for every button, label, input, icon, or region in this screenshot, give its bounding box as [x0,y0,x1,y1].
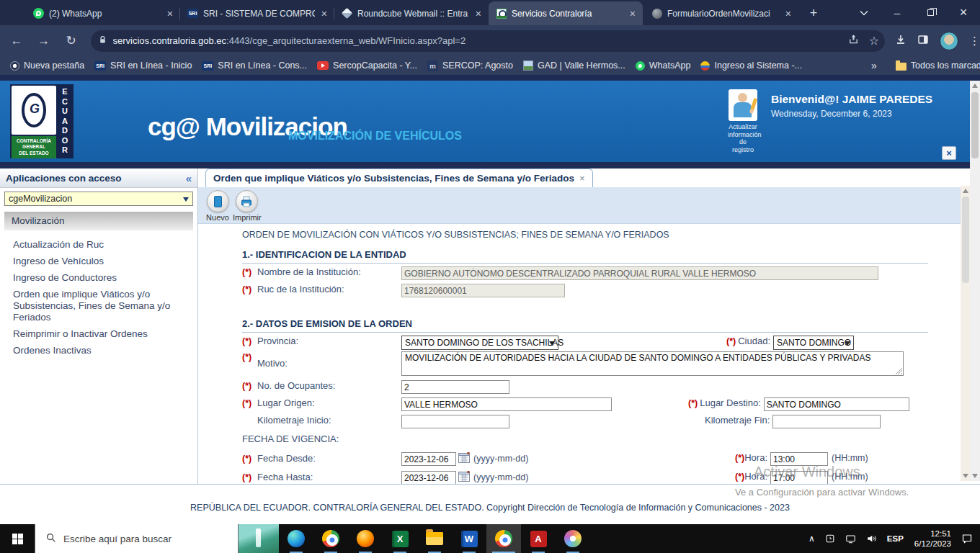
restore-button[interactable] [914,0,947,25]
lugar-origen-input[interactable] [401,397,612,411]
motivo-textarea[interactable]: MOVILIZACIÓN DE AUTORIDADES HACIA LA CIU… [401,351,904,376]
taskbar-firefox[interactable] [348,524,383,553]
tab-search-chevron-icon[interactable] [847,0,881,25]
bookmark-sercop-agosto[interactable]: mSERCOP: Agosto [427,60,513,71]
taskbar-file-explorer[interactable] [417,524,452,553]
content-scrollbar[interactable] [961,186,970,481]
bookmark-nueva-pestana[interactable]: Nueva pestaña [10,60,84,71]
taskbar-chrome-active[interactable] [486,524,521,553]
start-button[interactable] [0,524,35,553]
browser-menu-icon[interactable]: ⋮ [969,35,980,48]
bookmarks-overflow-icon[interactable]: » [871,60,877,71]
fecha-hasta-input[interactable] [401,471,456,485]
sidebar-item-ingreso-vehiculos[interactable]: Ingreso de Vehículos [13,256,193,267]
tab-close-icon[interactable]: × [628,8,637,19]
row-lugar-origen-destino: (*)Lugar Origen: (*)Lugar Destino: [242,397,980,412]
reload-icon[interactable]: ↻ [61,30,82,52]
share-icon[interactable] [848,34,859,48]
document-tab-close-icon[interactable]: × [579,173,585,184]
tab-close-icon[interactable]: × [166,8,174,19]
kilometraje-fin-input[interactable] [772,415,881,428]
bookmark-gad-valle-hermoso[interactable]: GAD | Valle Hermos... [523,60,625,71]
required-mark: (*) [735,472,744,482]
lugar-destino-input[interactable] [764,397,909,411]
close-window-button[interactable]: × [947,0,980,25]
taskbar-paint[interactable] [556,524,590,553]
tray-date: 6/12/2023 [914,539,951,549]
header-close-button[interactable]: × [942,146,956,160]
browser-tab-roundcube[interactable]: Roundcube Webmail :: Entra × [334,1,489,25]
bookmark-whatsapp[interactable]: WhatsApp [636,60,691,71]
sidebar-item-ordenes-inactivas[interactable]: Ordenes Inactivas [13,345,193,356]
tab-close-icon[interactable]: × [320,8,329,19]
taskbar-word[interactable]: W [452,524,486,553]
bookmark-star-icon[interactable]: ☆ [869,34,879,48]
tray-language[interactable]: ESP [882,534,909,543]
bookmark-sri-cons[interactable]: SRISRI en Línea - Cons... [202,60,307,71]
tray-tablet-icon[interactable] [820,534,840,544]
profile-avatar[interactable] [940,32,958,50]
browser-tab-sri[interactable]: SRI SRI - SISTEMA DE COMPROB × [180,1,334,25]
all-bookmarks-button[interactable]: Todos los marcadores [896,60,980,71]
scrollbar-thumb[interactable] [962,197,969,283]
provincia-select[interactable]: SANTO DOMINGO DE LOS TSACHILAS [401,336,558,350]
bookmark-ingreso-sistema[interactable]: Ingreso al Sistema -... [700,60,802,71]
resize-grip-icon[interactable] [896,368,902,374]
action-center-icon[interactable] [957,533,980,544]
tab-close-icon[interactable]: × [474,8,483,19]
calendar-icon[interactable] [458,471,470,484]
generic-page-icon [651,8,662,19]
collapse-sidebar-icon[interactable]: « [186,172,192,184]
download-icon[interactable] [895,34,906,48]
update-registration-link[interactable]: Actualizar información de registro [728,89,758,153]
bookmarks-bar: Nueva pestaña SRISRI en Línea - Inicio S… [0,56,980,75]
ciudad-select[interactable]: SANTO DOMINGO [773,336,854,350]
sidebar-item-reimprimir[interactable]: Reimprimir o Inactivar Ordenes [13,328,193,340]
kilometraje-inicio-input[interactable] [401,415,509,428]
news-weather-widget[interactable] [239,524,279,553]
word-icon: W [461,531,478,547]
tab-close-icon[interactable]: × [784,8,793,19]
taskbar-edge[interactable] [279,524,313,553]
print-button-label: Imprimir [233,213,260,222]
new-tab-button[interactable]: + [804,4,823,22]
application-select[interactable]: cgeMovilizacion [4,192,193,206]
sidebar-item-ingreso-conductores[interactable]: Ingreso de Conductores [13,272,193,284]
new-button[interactable]: Nuevo [204,190,231,222]
scrollbar-thumb[interactable] [971,92,979,158]
tray-volume-icon[interactable] [861,534,882,544]
browser-tab-formulario[interactable]: FormularioOrdenMovilizaci × [644,1,798,25]
tray-clock[interactable]: 12:51 6/12/2023 [909,529,957,549]
print-button[interactable]: Imprimir [233,190,260,222]
side-panel-icon[interactable] [917,34,929,48]
update-registration-caption[interactable]: Actualizar información de registro [728,123,758,153]
taskbar-acrobat[interactable]: A [521,524,556,553]
fecha-desde-input[interactable] [401,452,456,466]
scroll-down-icon[interactable] [970,471,980,481]
forward-icon[interactable]: → [33,30,55,52]
sidebar-item-actualizacion-ruc[interactable]: Actualización de Ruc [13,239,193,251]
scroll-down-icon[interactable] [961,471,970,481]
edge-icon [288,530,305,547]
bookmark-sri-inicio[interactable]: SRISRI en Línea - Inicio [94,60,192,71]
sidebar-item-orden-viaticos[interactable]: Orden que implique Viáticos y/o Subsiste… [13,289,193,323]
ocupantes-input[interactable] [401,380,509,394]
taskbar-excel[interactable]: X [383,524,417,553]
page-scrollbar[interactable] [970,81,980,481]
back-icon[interactable]: ← [6,30,27,52]
tray-chevron-icon[interactable]: ∧ [803,534,820,544]
scroll-up-icon[interactable] [970,81,980,91]
form-title: ORDEN DE MOVILIZACIÓN CON VIÁTICOS Y/O S… [242,230,980,240]
document-tab[interactable]: Orden que implique Viáticos y/o Subsiste… [205,168,593,187]
calendar-icon[interactable] [458,452,470,465]
bookmark-sercop-capacita[interactable]: SercopCapacita - Y... [317,60,417,71]
taskbar-chrome[interactable] [313,524,348,553]
taskbar-search[interactable]: Escribe aquí para buscar [35,524,239,553]
browser-tab-whatsapp[interactable]: (2) WhatsApp × [26,1,180,25]
scroll-up-icon[interactable] [961,186,970,196]
minimize-button[interactable]: – [881,0,914,25]
tray-network-icon[interactable] [840,534,861,544]
address-bar[interactable]: servicios.contraloria.gob.ec:4443/cge_ar… [91,30,885,52]
browser-tab-servicios-contraloria[interactable]: Servicios Contraloría × [489,1,643,25]
sri-icon: SRI [187,8,198,19]
